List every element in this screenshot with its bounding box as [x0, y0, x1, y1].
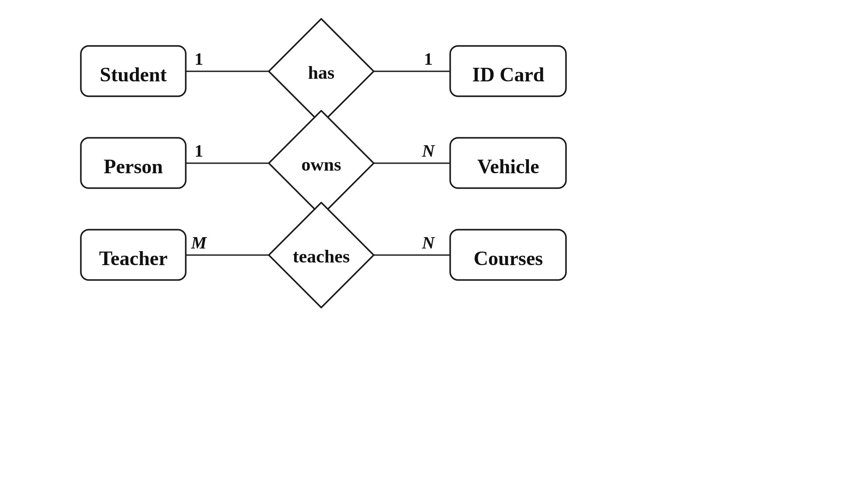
entity-student-label: Student [100, 63, 167, 86]
relation-teaches-label: teaches [293, 246, 350, 266]
card-student-has: 1 [194, 49, 203, 69]
entity-vehicle-label: Vehicle [477, 155, 539, 178]
card-has-idcard: 1 [424, 49, 433, 69]
relation-has-label: has [308, 63, 335, 83]
relation-owns-label: owns [301, 154, 341, 175]
entity-teacher-label: Teacher [99, 247, 168, 270]
entity-courses-label: Courses [474, 247, 543, 270]
card-teacher-teaches: M [191, 233, 207, 252]
card-person-owns: 1 [194, 141, 203, 161]
card-owns-vehicle: N [422, 141, 436, 161]
card-teaches-courses: N [422, 233, 436, 252]
entity-idcard-label: ID Card [472, 63, 545, 86]
entity-person-label: Person [104, 155, 163, 178]
